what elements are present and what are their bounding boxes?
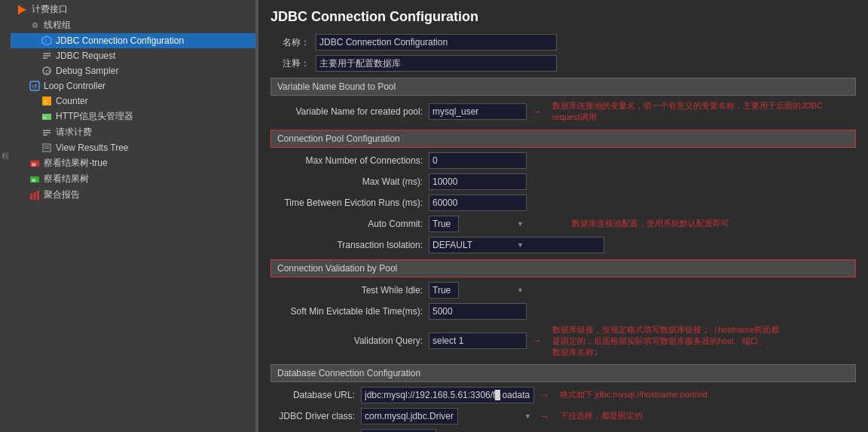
request-icon: [41, 50, 53, 62]
sidebar-label-listener-true: 察看结果树-true: [44, 157, 108, 170]
edge-text: 程: [2, 151, 9, 161]
sidebar-item-xianchen[interactable]: ⚙线程组: [11, 17, 255, 33]
sidebar-item-jdbc-config[interactable]: JJDBC Connection Configuration: [11, 33, 255, 48]
db-url-label: Database URL:: [270, 390, 361, 400]
svg-text:H: H: [43, 115, 46, 120]
debug-icon: D: [41, 65, 53, 77]
svg-text:D: D: [46, 69, 50, 75]
listener-red-icon: ▤: [29, 158, 41, 170]
sidebar-label-xianchen: 线程组: [44, 19, 71, 32]
validation-query-label: Validation Query:: [270, 335, 429, 346]
sidebar-label-counter: Counter: [56, 96, 88, 106]
results-icon: [41, 142, 53, 154]
variable-arrow: →: [531, 106, 542, 118]
comment-row: 注释：: [270, 55, 856, 72]
sidebar-label-request-fee: 请求计费: [56, 126, 92, 139]
max-connections-row: Max Number of Connections:: [270, 152, 856, 169]
sidebar-item-view-results[interactable]: View Results Tree: [11, 140, 255, 155]
sidebar-item-jdbc-request[interactable]: JDBC Request: [11, 48, 255, 63]
name-row: 名称：: [270, 34, 856, 51]
jdbc-driver-annotation: 下拉选择，都是固定的: [560, 410, 643, 421]
jdbc-driver-arrow: →: [539, 410, 549, 422]
validation-annotation3: 数据库名称）: [552, 347, 779, 358]
variable-annotation: 数据库连接池的变量名，填一个有意义的变量名称，主要用于后面的JDBC reque…: [552, 100, 839, 124]
svg-marker-0: [19, 6, 26, 14]
sidebar-label-listener: 察看结果树: [44, 173, 89, 185]
left-edge: 程: [0, 0, 11, 432]
svg-text:J: J: [44, 38, 47, 44]
eviction-input[interactable]: [429, 195, 527, 211]
username-row: Username: →: [270, 429, 856, 432]
section-variable: Variable Name Bound to Pool: [270, 78, 856, 96]
validation-annotation2: 是固定的，后面根据实际填写数据库服务器的host、端口、: [552, 335, 779, 347]
main-panel: JDBC Connection Configuration 名称： 注释： Va…: [258, 0, 868, 432]
gear-icon: ⚙: [29, 20, 41, 32]
sidebar-label-view-results: View Results Tree: [56, 142, 129, 153]
variable-name-label: Variable Name for created pool:: [270, 106, 429, 117]
http-icon: H: [41, 111, 53, 123]
svg-rect-25: [30, 194, 32, 200]
sidebar-label-jisuanjiekou: 计费接口: [32, 3, 68, 16]
comment-input[interactable]: [316, 55, 557, 72]
sidebar-item-counter[interactable]: CCounter: [11, 93, 255, 109]
section-validation: Connection Validation by Pool: [270, 259, 856, 277]
test-idle-row: Test While Idle: True False: [270, 282, 856, 299]
sidebar-item-report[interactable]: 聚合报告: [11, 187, 255, 203]
svg-rect-1: [18, 5, 20, 14]
sidebar: 计费接口⚙线程组JJDBC Connection ConfigurationJD…: [11, 0, 255, 432]
db-url-annotation: 格式如下 jdbc:mysql://hostname:port/sid: [560, 389, 708, 400]
sidebar-item-listener[interactable]: ▤察看结果树: [11, 171, 255, 187]
section-db: Database Connection Configuration: [270, 364, 856, 382]
test-idle-select[interactable]: True False: [429, 282, 459, 299]
validation-annotation1: 数据库链接，按规定格式填写数据库链接；（hostname前面都: [552, 324, 779, 335]
sidebar-label-jdbc-config: JDBC Connection Configuration: [56, 35, 184, 46]
sidebar-label-loop-controller: Loop Controller: [44, 81, 105, 91]
sidebar-item-debug-sampler[interactable]: DDebug Sampler: [11, 63, 255, 78]
jdbc-driver-label: JDBC Driver class:: [270, 411, 361, 421]
sidebar-item-request-fee[interactable]: 请求计费: [11, 124, 255, 140]
section-pool: Connection Pool Configuration: [270, 130, 856, 148]
name-input[interactable]: [316, 34, 557, 51]
sidebar-item-listener-true[interactable]: ▤察看结果树-true: [11, 155, 255, 171]
request-icon: [41, 127, 53, 139]
sidebar-label-report: 聚合报告: [44, 188, 80, 201]
listener-green-icon: ▤: [29, 173, 41, 185]
soft-min-row: Soft Min Evictable Idle Time(ms):: [270, 303, 856, 320]
validation-query-input[interactable]: [429, 332, 527, 349]
validation-query-row: Validation Query: → 数据库链接，按规定格式填写数据库链接；（…: [270, 324, 856, 358]
jdbc-driver-row: JDBC Driver class: com.mysql.jdbc.Driver…: [270, 408, 856, 424]
sidebar-item-jisuanjiekou[interactable]: 计费接口: [11, 2, 255, 17]
transaction-row: Transaction Isolation: DEFAULT TRANSACTI…: [270, 237, 856, 253]
validation-annotation-block: 数据库链接，按规定格式填写数据库链接；（hostname前面都 是固定的，后面根…: [546, 324, 779, 358]
svg-text:▤: ▤: [32, 162, 36, 167]
jdbc-driver-select[interactable]: com.mysql.jdbc.Driver: [361, 408, 458, 424]
max-connections-input[interactable]: [429, 152, 527, 169]
svg-text:▤: ▤: [32, 178, 36, 182]
triangle-icon: [17, 4, 29, 16]
eviction-label: Time Between Eviction Runs (ms):: [270, 198, 429, 208]
db-url-row: Database URL: → 格式如下 jdbc:mysql://hostna…: [270, 387, 856, 403]
soft-min-input[interactable]: [429, 303, 527, 320]
max-wait-input[interactable]: [429, 173, 527, 190]
pool-annotation: 数据库连接池配置，使用系统默认配置即可: [572, 218, 729, 229]
auto-commit-select[interactable]: True False: [429, 216, 459, 232]
sidebar-item-http-manager[interactable]: HHTTP信息头管理器: [11, 109, 255, 124]
variable-name-input[interactable]: [429, 103, 527, 120]
report-icon: [29, 189, 41, 201]
svg-text:C: C: [44, 99, 48, 106]
validation-arrow: →: [531, 335, 542, 347]
auto-commit-label: Auto Commit:: [270, 219, 429, 229]
panel-title: JDBC Connection Configuration: [270, 9, 856, 25]
eviction-row: Time Between Eviction Runs (ms):: [270, 195, 856, 211]
counter-icon: C: [41, 95, 53, 107]
soft-min-label: Soft Min Evictable Idle Time(ms):: [270, 306, 429, 317]
username-input[interactable]: [361, 429, 436, 432]
svg-rect-26: [34, 192, 36, 200]
max-connections-label: Max Number of Connections:: [270, 155, 429, 166]
transaction-select[interactable]: DEFAULT TRANSACTION_COMMITTED TRANSACTIO…: [429, 237, 604, 253]
db-url-input[interactable]: [361, 387, 534, 403]
sidebar-label-http-manager: HTTP信息头管理器: [56, 110, 133, 123]
test-idle-label: Test While Idle:: [270, 285, 429, 296]
sidebar-item-loop-controller[interactable]: ↺Loop Controller: [11, 78, 255, 93]
jdbc-icon: J: [41, 35, 53, 47]
